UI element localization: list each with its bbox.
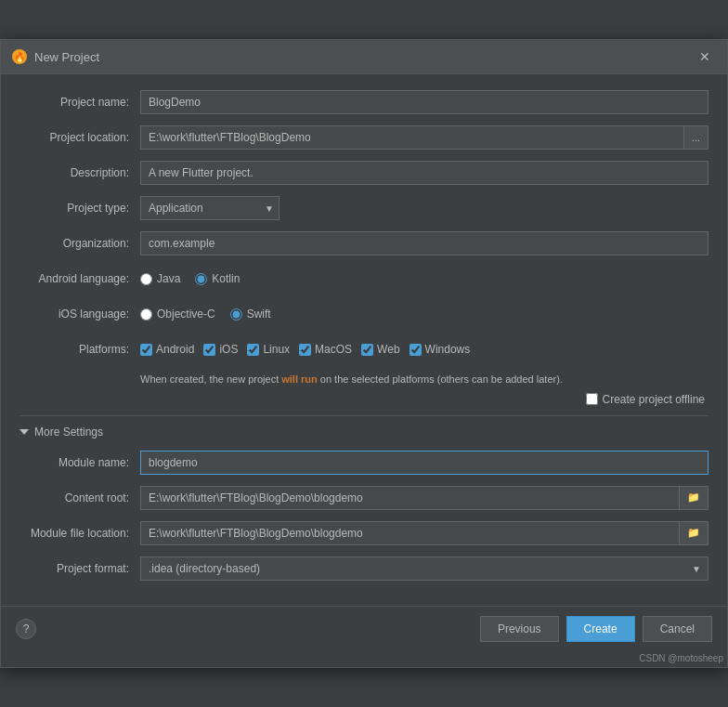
module-name-input[interactable] <box>140 451 708 475</box>
project-format-label: Project format: <box>20 562 140 575</box>
cancel-button[interactable]: Cancel <box>643 616 712 642</box>
project-format-dropdown-wrap: .idea (directory-based) Eclipse (classic… <box>140 556 708 581</box>
android-java-option[interactable]: Java <box>140 272 180 285</box>
module-file-row: Module file location: 📁 <box>20 520 708 546</box>
title-bar-left: 🔥 New Project <box>12 49 99 64</box>
platform-windows-item[interactable]: Windows <box>410 343 471 356</box>
module-file-input[interactable] <box>140 521 680 545</box>
content-root-label: Content root: <box>20 491 140 504</box>
dialog-content: Project name: Project location: ... Desc… <box>1 74 727 606</box>
module-name-label: Module name: <box>20 456 140 469</box>
module-file-label: Module file location: <box>20 527 140 540</box>
platforms-info-text: When created, the new project will run o… <box>140 372 708 387</box>
module-file-input-group: 📁 <box>140 521 708 545</box>
project-format-select[interactable]: .idea (directory-based) Eclipse (classic… <box>140 556 708 581</box>
description-input[interactable] <box>140 161 708 185</box>
dialog-footer: ? Previous Create Cancel <box>1 606 727 651</box>
platform-android-item[interactable]: Android <box>140 343 194 356</box>
project-format-row: Project format: .idea (directory-based) … <box>20 556 708 582</box>
project-type-label: Project type: <box>20 202 140 215</box>
project-name-row: Project name: <box>20 89 708 115</box>
project-type-select[interactable]: Application Plugin Package Module <box>140 196 280 220</box>
platform-macos-checkbox[interactable] <box>299 344 311 356</box>
ios-swift-radio[interactable] <box>230 308 242 321</box>
content-root-browse-button[interactable]: 📁 <box>680 486 708 510</box>
app-icon: 🔥 <box>12 49 27 64</box>
new-project-dialog: 🔥 New Project ✕ Project name: Project lo… <box>0 39 728 668</box>
platform-web-item[interactable]: Web <box>361 343 399 356</box>
project-name-label: Project name: <box>20 96 140 109</box>
create-offline-checkbox[interactable] <box>586 393 598 405</box>
platforms-row: Platforms: Android iOS Linux MacOS <box>20 336 708 362</box>
content-root-input[interactable] <box>140 486 680 510</box>
previous-button[interactable]: Previous <box>480 616 559 642</box>
android-java-radio[interactable] <box>140 273 152 285</box>
platform-macos-item[interactable]: MacOS <box>299 343 352 356</box>
platform-linux-item[interactable]: Linux <box>247 343 290 356</box>
footer-buttons: Previous Create Cancel <box>480 616 712 642</box>
create-button[interactable]: Create <box>566 616 635 642</box>
platform-android-checkbox[interactable] <box>140 344 152 356</box>
platforms-label: Platforms: <box>20 343 140 356</box>
ios-language-group: Objective-C Swift <box>140 308 708 321</box>
android-language-group: Java Kotlin <box>140 272 708 285</box>
project-location-row: Project location: ... <box>20 124 708 151</box>
android-language-label: Android language: <box>20 272 140 285</box>
project-type-row: Project type: Application Plugin Package… <box>20 195 708 221</box>
description-row: Description: <box>20 160 708 186</box>
platforms-group: Android iOS Linux MacOS Web <box>140 343 708 356</box>
project-location-input-group: ... <box>140 125 708 150</box>
module-name-row: Module name: <box>20 450 708 476</box>
ios-language-row: iOS language: Objective-C Swift <box>20 301 708 327</box>
project-location-input[interactable] <box>140 125 684 150</box>
platform-windows-checkbox[interactable] <box>410 344 422 356</box>
close-button[interactable]: ✕ <box>694 47 716 66</box>
title-bar: 🔥 New Project ✕ <box>1 40 727 74</box>
android-kotlin-option[interactable]: Kotlin <box>195 272 240 285</box>
project-location-label: Project location: <box>20 131 140 144</box>
more-settings-header[interactable]: More Settings <box>20 426 708 439</box>
create-offline-row: Create project offline <box>20 393 708 406</box>
project-type-dropdown-wrap: Application Plugin Package Module ▼ <box>140 196 280 220</box>
help-button[interactable]: ? <box>16 619 36 639</box>
organization-input[interactable] <box>140 231 708 255</box>
project-name-input[interactable] <box>140 90 708 114</box>
watermark: CSDN @motosheep <box>1 651 727 667</box>
module-file-browse-button[interactable]: 📁 <box>680 521 708 545</box>
description-label: Description: <box>20 166 140 179</box>
android-kotlin-radio[interactable] <box>195 273 207 285</box>
ios-objc-radio[interactable] <box>140 308 152 321</box>
dialog-title: New Project <box>34 50 99 64</box>
section-divider <box>20 415 708 416</box>
platform-linux-checkbox[interactable] <box>247 344 259 356</box>
more-settings-label: More Settings <box>34 426 103 439</box>
organization-row: Organization: <box>20 230 708 256</box>
content-root-input-group: 📁 <box>140 486 708 510</box>
content-root-row: Content root: 📁 <box>20 485 708 511</box>
ios-objc-option[interactable]: Objective-C <box>140 308 215 321</box>
android-language-row: Android language: Java Kotlin <box>20 266 708 292</box>
platform-ios-checkbox[interactable] <box>203 344 215 356</box>
platform-web-checkbox[interactable] <box>361 344 373 356</box>
create-offline-item[interactable]: Create project offline <box>586 393 705 406</box>
browse-button[interactable]: ... <box>684 125 708 150</box>
platform-ios-item[interactable]: iOS <box>203 343 238 356</box>
more-settings-toggle-icon <box>20 429 29 435</box>
ios-swift-option[interactable]: Swift <box>230 308 271 321</box>
ios-language-label: iOS language: <box>20 308 140 321</box>
organization-label: Organization: <box>20 237 140 250</box>
